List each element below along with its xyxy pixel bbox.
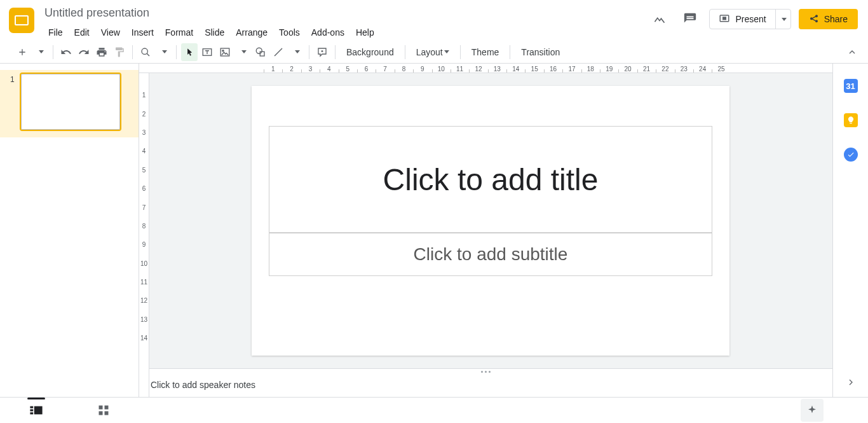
activity-icon[interactable] xyxy=(648,8,671,31)
background-button[interactable]: Background xyxy=(340,43,400,61)
footer xyxy=(0,397,868,423)
notes-splitter[interactable] xyxy=(139,368,832,375)
textbox-tool[interactable] xyxy=(199,43,215,61)
toolbar: Background Layout Theme Transition xyxy=(0,41,868,64)
transition-button[interactable]: Transition xyxy=(515,43,566,61)
grid-view-button[interactable] xyxy=(92,399,115,422)
svg-point-2 xyxy=(142,48,147,54)
calendar-icon[interactable]: 31 xyxy=(844,79,858,93)
comment-button[interactable] xyxy=(314,43,330,61)
speaker-notes[interactable]: Click to add speaker notes xyxy=(139,375,832,397)
side-panel-toggle[interactable] xyxy=(846,377,856,387)
svg-point-5 xyxy=(222,50,224,51)
menubar: File Edit View Insert Format Slide Arran… xyxy=(43,22,648,40)
title-placeholder-box[interactable]: Click to add title xyxy=(269,126,712,233)
menu-edit[interactable]: Edit xyxy=(69,25,95,40)
shape-tool[interactable] xyxy=(252,43,269,61)
svg-rect-9 xyxy=(30,409,33,411)
image-tool[interactable] xyxy=(217,43,233,61)
undo-button[interactable] xyxy=(58,43,74,61)
present-button[interactable]: Present xyxy=(710,10,775,29)
svg-rect-8 xyxy=(30,406,33,408)
layout-button[interactable]: Layout xyxy=(410,43,456,61)
document-title[interactable]: Untitled presentation xyxy=(43,5,648,22)
theme-button[interactable]: Theme xyxy=(465,43,506,61)
slide-thumbnail[interactable] xyxy=(21,74,120,130)
collapse-toolbar-button[interactable] xyxy=(844,43,860,61)
filmstrip: 1 xyxy=(0,64,139,397)
filmstrip-view-button[interactable] xyxy=(25,399,48,422)
slide-thumbnail-1[interactable]: 1 xyxy=(0,70,139,137)
svg-rect-14 xyxy=(98,412,102,415)
menu-slide[interactable]: Slide xyxy=(200,25,229,40)
menu-file[interactable]: File xyxy=(43,25,68,40)
svg-rect-1 xyxy=(723,17,726,20)
new-slide-button[interactable] xyxy=(14,43,31,61)
menu-help[interactable]: Help xyxy=(351,25,379,40)
zoom-dropdown[interactable] xyxy=(155,43,172,61)
svg-rect-11 xyxy=(34,406,42,415)
side-panel: 31 xyxy=(832,64,868,397)
svg-point-6 xyxy=(256,48,262,53)
line-tool[interactable] xyxy=(270,43,287,61)
menu-addons[interactable]: Add-ons xyxy=(306,25,349,40)
zoom-button[interactable] xyxy=(137,43,154,61)
subtitle-placeholder-text: Click to add subtitle xyxy=(414,244,568,265)
svg-rect-10 xyxy=(30,412,33,414)
paint-format-button[interactable] xyxy=(111,43,128,61)
svg-rect-13 xyxy=(104,406,108,410)
present-dropdown[interactable] xyxy=(775,10,790,29)
subtitle-placeholder-box[interactable]: Click to add subtitle xyxy=(269,233,712,276)
keep-icon[interactable] xyxy=(844,113,858,127)
explore-button[interactable] xyxy=(801,399,824,422)
menu-tools[interactable]: Tools xyxy=(274,25,305,40)
slide-number: 1 xyxy=(10,74,15,130)
menu-insert[interactable]: Insert xyxy=(126,25,159,40)
share-button[interactable]: Share xyxy=(799,9,858,29)
slide-canvas[interactable]: Click to add title Click to add subtitle xyxy=(252,86,729,356)
present-label: Present xyxy=(735,14,766,24)
share-label: Share xyxy=(824,14,848,24)
menu-view[interactable]: View xyxy=(96,25,125,40)
svg-rect-7 xyxy=(260,52,264,56)
select-tool[interactable] xyxy=(181,43,198,61)
tasks-icon[interactable] xyxy=(844,148,858,162)
print-button[interactable] xyxy=(93,43,110,61)
svg-rect-12 xyxy=(98,406,102,410)
new-slide-dropdown[interactable] xyxy=(32,43,48,61)
canvas-area: 1234567891011121314151617181920212223242… xyxy=(139,64,832,397)
svg-rect-15 xyxy=(104,412,108,415)
image-dropdown[interactable] xyxy=(234,43,251,61)
menu-format[interactable]: Format xyxy=(160,25,198,40)
menu-arrange[interactable]: Arrange xyxy=(231,25,273,40)
line-dropdown[interactable] xyxy=(288,43,304,61)
title-placeholder-text: Click to add title xyxy=(383,162,599,197)
comments-icon[interactable] xyxy=(679,8,702,31)
slides-logo[interactable] xyxy=(9,8,34,33)
redo-button[interactable] xyxy=(76,43,92,61)
present-button-group: Present xyxy=(709,9,790,29)
horizontal-ruler: 1234567891011121314151617181920212223242… xyxy=(139,64,832,73)
